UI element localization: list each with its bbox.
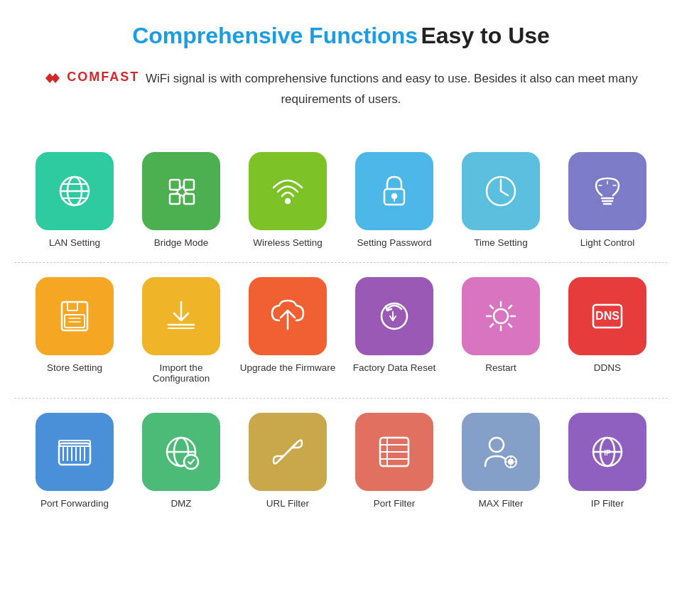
func-item-store-setting[interactable]: Store Setting xyxy=(25,277,124,384)
svg-rect-22 xyxy=(62,302,87,330)
func-icon-box-restart xyxy=(462,277,540,355)
dmz-globe-icon xyxy=(160,431,202,473)
func-label-wireless-setting: Wireless Setting xyxy=(253,237,323,248)
svg-line-39 xyxy=(509,324,512,327)
ip-globe-icon: IP xyxy=(586,431,629,473)
func-label-restart: Restart xyxy=(485,362,516,373)
func-item-dmz[interactable]: DMZ xyxy=(131,413,231,509)
func-label-dmz: DMZ xyxy=(170,498,191,509)
func-label-lan-setting: LAN Setting xyxy=(49,237,100,248)
func-icon-box-ddns: DNS xyxy=(568,277,646,355)
func-item-factory-data-reset[interactable]: Factory Data Reset xyxy=(345,277,444,384)
svg-rect-8 xyxy=(184,194,194,204)
func-label-setting-password: Setting Password xyxy=(357,237,431,248)
svg-point-63 xyxy=(509,460,513,464)
func-item-import-the-configuration[interactable]: Import the Configuration xyxy=(131,277,231,384)
description-text: WiFi signal is with comprehensive functi… xyxy=(142,72,637,106)
func-label-upgrade-the-firmware: Upgrade the Firmware xyxy=(240,362,335,373)
user-gear-icon xyxy=(480,431,522,473)
func-icon-box-import-the-configuration xyxy=(142,277,220,355)
save-icon xyxy=(53,295,96,337)
bridge-icon xyxy=(160,170,202,212)
func-icon-box-light-control xyxy=(568,152,646,230)
reset-icon xyxy=(373,295,416,337)
func-label-port-forwarding: Port Forwarding xyxy=(40,498,109,509)
func-label-url-filter: URL Filter xyxy=(266,498,309,509)
func-icon-box-url-filter xyxy=(249,413,327,491)
func-item-port-forwarding[interactable]: Port Forwarding xyxy=(25,413,124,509)
dns-icon: DNS xyxy=(586,295,629,337)
func-icon-box-bridge-mode xyxy=(142,152,220,230)
comfast-logo: COMFAST xyxy=(44,65,139,90)
wifi-icon xyxy=(266,170,309,212)
func-item-ddns[interactable]: DNSDDNS xyxy=(558,277,657,384)
svg-rect-24 xyxy=(65,315,85,328)
func-icon-box-setting-password xyxy=(355,152,433,230)
svg-rect-6 xyxy=(184,180,194,190)
title-blue: Comprehensive Functions xyxy=(132,23,418,48)
svg-rect-5 xyxy=(170,180,180,190)
description: COMFAST WiFi signal is with comprehensiv… xyxy=(36,65,646,110)
svg-point-33 xyxy=(494,309,508,323)
grid-row-1: LAN Setting Bridge Mode Wireless Setting xyxy=(14,138,668,263)
func-label-max-filter: MAX Filter xyxy=(478,498,523,509)
sun-burst-icon xyxy=(480,295,522,337)
func-label-store-setting: Store Setting xyxy=(47,362,102,373)
svg-rect-7 xyxy=(170,194,180,204)
func-icon-box-factory-data-reset xyxy=(355,277,433,355)
svg-line-15 xyxy=(501,191,508,195)
svg-line-38 xyxy=(490,306,493,308)
lightbulb-icon xyxy=(586,170,629,212)
svg-rect-23 xyxy=(67,302,77,310)
link-icon xyxy=(266,431,309,473)
func-item-light-control[interactable]: Light Control xyxy=(558,152,657,248)
main-title: Comprehensive Functions Easy to Use xyxy=(132,21,550,51)
func-label-time-setting: Time Setting xyxy=(474,237,527,248)
func-label-bridge-mode: Bridge Mode xyxy=(154,237,209,248)
func-icon-box-port-forwarding xyxy=(36,413,114,491)
func-item-bridge-mode[interactable]: Bridge Mode xyxy=(131,152,231,248)
func-label-light-control: Light Control xyxy=(580,237,635,248)
svg-text:DNS: DNS xyxy=(595,310,619,322)
func-item-max-filter[interactable]: MAX Filter xyxy=(451,413,551,509)
func-label-factory-data-reset: Factory Data Reset xyxy=(353,362,435,373)
func-label-ip-filter: IP Filter xyxy=(591,498,624,509)
svg-point-55 xyxy=(184,455,198,469)
svg-line-40 xyxy=(509,306,512,308)
func-icon-box-wireless-setting xyxy=(249,152,327,230)
func-item-ip-filter[interactable]: IPIP Filter xyxy=(558,413,657,509)
func-item-port-filter[interactable]: Port Filter xyxy=(345,413,444,509)
func-item-time-setting[interactable]: Time Setting xyxy=(451,152,551,248)
import-icon xyxy=(160,295,202,337)
func-item-setting-password[interactable]: Setting Password xyxy=(345,152,444,248)
func-icon-box-time-setting xyxy=(462,152,540,230)
func-label-port-filter: Port Filter xyxy=(374,498,416,509)
logo-text: COMFAST xyxy=(67,66,139,88)
func-icon-box-store-setting xyxy=(36,277,114,355)
func-icon-box-upgrade-the-firmware xyxy=(249,277,327,355)
globe-icon xyxy=(53,170,96,212)
func-item-restart[interactable]: Restart xyxy=(451,277,551,384)
port-icon xyxy=(53,431,96,473)
func-icon-box-max-filter xyxy=(462,413,540,491)
func-icon-box-ip-filter: IP xyxy=(568,413,646,491)
svg-line-41 xyxy=(490,324,493,327)
svg-point-9 xyxy=(286,199,290,203)
func-item-url-filter[interactable]: URL Filter xyxy=(238,413,337,509)
func-label-ddns: DDNS xyxy=(594,362,621,373)
func-label-import-the-configuration: Import the Configuration xyxy=(131,362,231,384)
grid-row-3: Port Forwarding DMZ URL Filter xyxy=(14,399,668,523)
lock-icon xyxy=(373,170,416,212)
func-icon-box-dmz xyxy=(142,413,220,491)
title-black: Easy to Use xyxy=(421,23,549,48)
func-icon-box-lan-setting xyxy=(36,152,114,230)
port-filter-icon xyxy=(373,431,416,473)
upload-cloud-icon xyxy=(266,295,309,337)
func-item-wireless-setting[interactable]: Wireless Setting xyxy=(238,152,337,248)
grid-row-2: Store Setting Import the Configuration U… xyxy=(14,263,668,399)
func-icon-box-port-filter xyxy=(355,413,433,491)
func-item-lan-setting[interactable]: LAN Setting xyxy=(25,152,124,248)
clock-icon xyxy=(480,170,522,212)
svg-point-61 xyxy=(489,438,504,452)
func-item-upgrade-the-firmware[interactable]: Upgrade the Firmware xyxy=(238,277,337,384)
